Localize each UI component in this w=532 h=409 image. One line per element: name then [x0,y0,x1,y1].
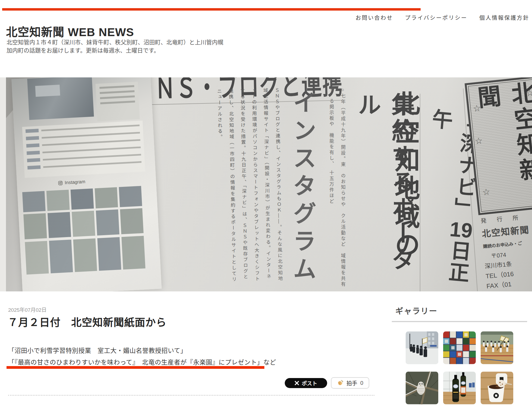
clap-button-label: 拍手 [346,379,357,387]
article-line2-suffix: など [263,359,276,366]
newspaper-body-text: ＳＮＳやブログと連携し、インスタグラムもＯＫ――。そんな風に北空知地域生活情報サ… [152,88,286,287]
article-line2-underlined: 「『最高の甘さのひまわりすいかを味わって』 北竜の生産者が『永楽園』にプレゼント… [8,359,263,366]
cider-bottles-image [443,372,476,404]
web-thumb-row-1 [22,186,142,212]
article-line1: 「沼田小で利雪学習特別授業 室工大・媚山名誉教授招いて」 [8,345,187,355]
top-accent-bar [2,8,421,11]
tagline-line2: 加内町の話題をお届けします。更新は毎週水、土曜日です。 [7,46,223,55]
clap-button[interactable]: 拍手 0 [331,377,369,389]
post-button-label: ポスト [302,379,317,387]
x-logo-icon [295,381,299,385]
star-icon: ☆ [525,87,532,99]
star-icon: ☆ [474,135,483,146]
article-separator [8,395,374,396]
web-photo-block [27,77,94,120]
newspaper-side-text: ○七年（平成十九年）開設。東 のお知らせや クル活動など 域情報を共有す る掲示… [312,87,348,288]
newspaper-web-screenshot: Instagram [11,77,162,291]
article-line2: 「『最高の甘さのひまわりすいかを味わって』 北竜の生産者が『永楽園』にプレゼント… [8,357,276,366]
x-post-button[interactable]: ポスト [285,378,327,388]
site-tagline: 北空知管内１市４町（深川市、妹背牛町、秩父別町、沼田町、北竜町）と上川管内幌 加… [7,38,223,55]
star-icon: ☆ [482,186,491,197]
publisher-name: 北空知新聞 [481,221,532,240]
gallery-thumb-owl-in-tree[interactable] [406,372,438,404]
web-form-panel [22,121,145,178]
gallery-thumb-dessert-cups[interactable] [481,372,513,404]
gallery-thumb-stained-glass[interactable] [443,331,476,364]
gallery-grid [406,331,514,404]
tagline-line1: 北空知管内１市４町（深川市、妹背牛町、秩父別町、沼田町、北竜町）と上川管内幌 [7,38,223,46]
hero-newspaper-photo: ＳＮＳ・ブログと連携 [6,77,532,291]
instagram-label: Instagram [65,179,86,185]
web-thumb-row-2 [23,208,143,239]
clap-icon [337,379,344,386]
star-icon: ☆ [472,103,481,114]
hero-image-wrap: ＳＮＳ・ブログと連携 [0,77,532,291]
nav-privacy-policy[interactable]: プライバシーポリシー [405,14,467,21]
clap-count: 0 [360,380,363,386]
gallery-thumb-cider-bottles[interactable] [443,372,476,404]
page: お問い合わせ プライバシーポリシー 個人情報保護方針 北空知新聞 WEB NEW… [0,0,532,409]
owl-image [406,372,438,404]
nav-contact[interactable]: お問い合わせ [355,14,393,21]
publisher-note: 購読のお申込み・ご [483,238,532,250]
nav-personal-info[interactable]: 個人情報保護方針 [479,14,529,21]
gallery-thumb-baseball-team[interactable] [481,331,513,364]
stained-glass-image [443,331,476,364]
gallery-divider [392,321,527,322]
top-nav: お問い合わせ プライバシーポリシー 個人情報保護方針 [355,14,529,21]
web-thumb-row-3 [25,236,145,275]
dessert-cups-image [481,372,513,404]
snow-parade-image [406,331,438,364]
web-instagram-row: Instagram [58,179,86,186]
gallery-title: ギャラリー [395,305,437,316]
gallery-thumb-snow-parade[interactable] [406,331,438,364]
article-date: 2025年07月02日 [8,306,47,313]
instagram-icon [58,181,63,185]
article-title: ７月２日付 北空知新聞紙面から [8,314,167,329]
site-title[interactable]: 北空知新聞 WEB NEWS [6,23,134,39]
baseball-team-image [481,331,513,364]
publisher-block: 発 行 所 北空知新聞 購読のお申込み・ご 〒074 深川市1条 TEL（016… [480,211,532,291]
web-side-panel [95,82,140,121]
